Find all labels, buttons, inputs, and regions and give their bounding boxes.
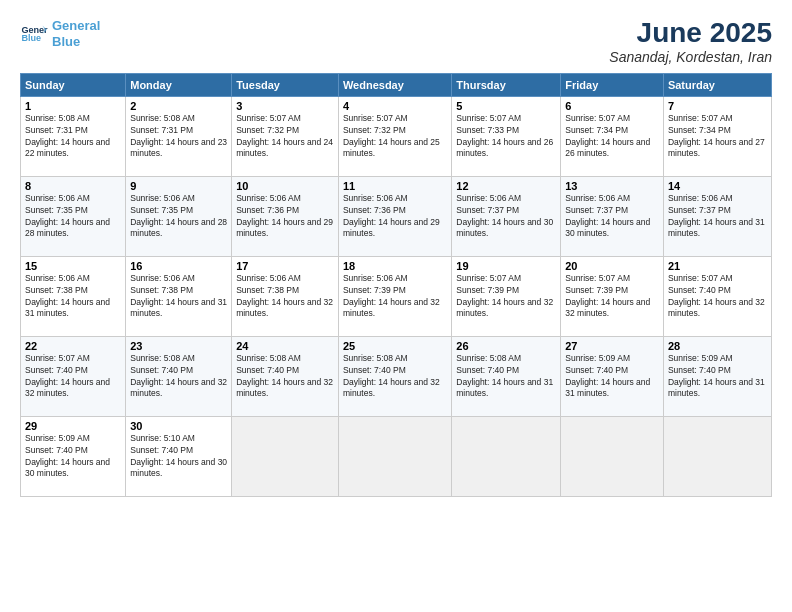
day-number: 2 (130, 100, 227, 112)
day-cell-29: 29 Sunrise: 5:09 AM Sunset: 7:40 PM Dayl… (21, 416, 126, 496)
day-info: Sunrise: 5:09 AM Sunset: 7:40 PM Dayligh… (25, 433, 121, 481)
sunset-label: Sunset: 7:39 PM (456, 285, 519, 295)
day-number: 8 (25, 180, 121, 192)
daylight-label: Daylight: 14 hours and 32 minutes. (343, 297, 440, 319)
sunset-label: Sunset: 7:40 PM (130, 365, 193, 375)
sunrise-label: Sunrise: 5:06 AM (343, 273, 408, 283)
daylight-label: Daylight: 14 hours and 29 minutes. (343, 217, 440, 239)
day-info: Sunrise: 5:09 AM Sunset: 7:40 PM Dayligh… (668, 353, 767, 401)
day-number: 23 (130, 340, 227, 352)
day-cell-14: 14 Sunrise: 5:06 AM Sunset: 7:37 PM Dayl… (663, 176, 771, 256)
sunrise-label: Sunrise: 5:06 AM (236, 193, 301, 203)
day-cell-2: 2 Sunrise: 5:08 AM Sunset: 7:31 PM Dayli… (126, 96, 232, 176)
day-info: Sunrise: 5:08 AM Sunset: 7:40 PM Dayligh… (236, 353, 334, 401)
sunrise-label: Sunrise: 5:07 AM (668, 273, 733, 283)
day-info: Sunrise: 5:08 AM Sunset: 7:40 PM Dayligh… (130, 353, 227, 401)
logo-line2: Blue (52, 34, 80, 49)
daylight-label: Daylight: 14 hours and 32 minutes. (25, 377, 110, 399)
sunset-label: Sunset: 7:40 PM (565, 365, 628, 375)
sunset-label: Sunset: 7:35 PM (25, 205, 88, 215)
day-cell-6: 6 Sunrise: 5:07 AM Sunset: 7:34 PM Dayli… (561, 96, 664, 176)
sunset-label: Sunset: 7:33 PM (456, 125, 519, 135)
sunrise-label: Sunrise: 5:06 AM (130, 273, 195, 283)
day-cell-19: 19 Sunrise: 5:07 AM Sunset: 7:39 PM Dayl… (452, 256, 561, 336)
day-info: Sunrise: 5:07 AM Sunset: 7:34 PM Dayligh… (668, 113, 767, 161)
day-info: Sunrise: 5:07 AM Sunset: 7:32 PM Dayligh… (236, 113, 334, 161)
day-number: 22 (25, 340, 121, 352)
sunrise-label: Sunrise: 5:08 AM (25, 113, 90, 123)
day-info: Sunrise: 5:08 AM Sunset: 7:40 PM Dayligh… (456, 353, 556, 401)
day-number: 25 (343, 340, 447, 352)
day-info: Sunrise: 5:08 AM Sunset: 7:31 PM Dayligh… (25, 113, 121, 161)
col-saturday: Saturday (663, 73, 771, 96)
day-cell-8: 8 Sunrise: 5:06 AM Sunset: 7:35 PM Dayli… (21, 176, 126, 256)
daylight-label: Daylight: 14 hours and 27 minutes. (668, 137, 765, 159)
day-cell-1: 1 Sunrise: 5:08 AM Sunset: 7:31 PM Dayli… (21, 96, 126, 176)
daylight-label: Daylight: 14 hours and 32 minutes. (668, 297, 765, 319)
day-info: Sunrise: 5:07 AM Sunset: 7:39 PM Dayligh… (456, 273, 556, 321)
sunrise-label: Sunrise: 5:07 AM (565, 273, 630, 283)
col-tuesday: Tuesday (232, 73, 339, 96)
sunset-label: Sunset: 7:37 PM (668, 205, 731, 215)
daylight-label: Daylight: 14 hours and 22 minutes. (25, 137, 110, 159)
daylight-label: Daylight: 14 hours and 28 minutes. (130, 217, 227, 239)
day-cell-15: 15 Sunrise: 5:06 AM Sunset: 7:38 PM Dayl… (21, 256, 126, 336)
daylight-label: Daylight: 14 hours and 31 minutes. (668, 217, 765, 239)
col-thursday: Thursday (452, 73, 561, 96)
sunrise-label: Sunrise: 5:06 AM (668, 193, 733, 203)
day-cell-5: 5 Sunrise: 5:07 AM Sunset: 7:33 PM Dayli… (452, 96, 561, 176)
sunset-label: Sunset: 7:37 PM (565, 205, 628, 215)
day-cell-9: 9 Sunrise: 5:06 AM Sunset: 7:35 PM Dayli… (126, 176, 232, 256)
sunset-label: Sunset: 7:38 PM (236, 285, 299, 295)
sunrise-label: Sunrise: 5:09 AM (668, 353, 733, 363)
sunrise-label: Sunrise: 5:07 AM (456, 273, 521, 283)
day-info: Sunrise: 5:06 AM Sunset: 7:37 PM Dayligh… (668, 193, 767, 241)
daylight-label: Daylight: 14 hours and 31 minutes. (25, 297, 110, 319)
daylight-label: Daylight: 14 hours and 30 minutes. (456, 217, 553, 239)
daylight-label: Daylight: 14 hours and 32 minutes. (130, 377, 227, 399)
daylight-label: Daylight: 14 hours and 32 minutes. (456, 297, 553, 319)
day-number: 24 (236, 340, 334, 352)
day-number: 29 (25, 420, 121, 432)
day-info: Sunrise: 5:07 AM Sunset: 7:40 PM Dayligh… (668, 273, 767, 321)
sunset-label: Sunset: 7:40 PM (668, 365, 731, 375)
day-cell-3: 3 Sunrise: 5:07 AM Sunset: 7:32 PM Dayli… (232, 96, 339, 176)
empty-cell (338, 416, 451, 496)
daylight-label: Daylight: 14 hours and 32 minutes. (343, 377, 440, 399)
sunset-label: Sunset: 7:39 PM (343, 285, 406, 295)
day-info: Sunrise: 5:06 AM Sunset: 7:36 PM Dayligh… (343, 193, 447, 241)
sunrise-label: Sunrise: 5:08 AM (130, 113, 195, 123)
daylight-label: Daylight: 14 hours and 32 minutes. (236, 297, 333, 319)
sunset-label: Sunset: 7:38 PM (130, 285, 193, 295)
sunrise-label: Sunrise: 5:06 AM (130, 193, 195, 203)
day-number: 9 (130, 180, 227, 192)
day-number: 3 (236, 100, 334, 112)
empty-cell (561, 416, 664, 496)
day-number: 17 (236, 260, 334, 272)
sunrise-label: Sunrise: 5:06 AM (236, 273, 301, 283)
title-block: June 2025 Sanandaj, Kordestan, Iran (609, 18, 772, 65)
sunrise-label: Sunrise: 5:06 AM (343, 193, 408, 203)
day-cell-4: 4 Sunrise: 5:07 AM Sunset: 7:32 PM Dayli… (338, 96, 451, 176)
day-cell-17: 17 Sunrise: 5:06 AM Sunset: 7:38 PM Dayl… (232, 256, 339, 336)
daylight-label: Daylight: 14 hours and 30 minutes. (130, 457, 227, 479)
day-number: 30 (130, 420, 227, 432)
logo-icon: General Blue (20, 20, 48, 48)
day-info: Sunrise: 5:06 AM Sunset: 7:39 PM Dayligh… (343, 273, 447, 321)
sunrise-label: Sunrise: 5:07 AM (343, 113, 408, 123)
sunrise-label: Sunrise: 5:08 AM (343, 353, 408, 363)
logo-text: General Blue (52, 18, 100, 49)
daylight-label: Daylight: 14 hours and 31 minutes. (565, 377, 650, 399)
sunset-label: Sunset: 7:36 PM (343, 205, 406, 215)
empty-cell (663, 416, 771, 496)
sunset-label: Sunset: 7:31 PM (25, 125, 88, 135)
subtitle: Sanandaj, Kordestan, Iran (609, 49, 772, 65)
day-number: 20 (565, 260, 659, 272)
day-number: 18 (343, 260, 447, 272)
col-wednesday: Wednesday (338, 73, 451, 96)
sunset-label: Sunset: 7:39 PM (565, 285, 628, 295)
calendar-week-4: 22 Sunrise: 5:07 AM Sunset: 7:40 PM Dayl… (21, 336, 772, 416)
day-number: 21 (668, 260, 767, 272)
day-info: Sunrise: 5:10 AM Sunset: 7:40 PM Dayligh… (130, 433, 227, 481)
day-number: 10 (236, 180, 334, 192)
